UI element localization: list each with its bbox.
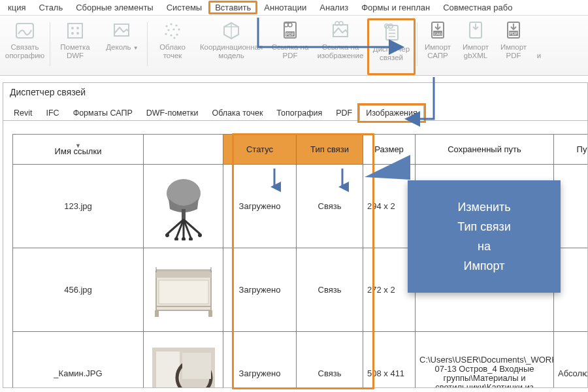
cell-name[interactable]: 456.jpg bbox=[13, 248, 144, 332]
svg-text:PDF: PDF bbox=[510, 31, 518, 36]
ribbon-import-cad[interactable]: CAD ИмпортСАПР bbox=[419, 18, 457, 75]
ribbon-markup-dwf[interactable]: ПометкаDWF bbox=[52, 18, 99, 75]
svg-rect-62 bbox=[182, 353, 211, 379]
ribbon-label: ИмпортPDF bbox=[500, 43, 527, 60]
svg-point-12 bbox=[172, 28, 174, 30]
ribbon-label: Связатьопографию bbox=[5, 43, 45, 60]
svg-rect-1 bbox=[68, 24, 82, 38]
tab-images[interactable]: Изображения bbox=[359, 105, 424, 121]
ribbon-label: и bbox=[537, 43, 541, 60]
cell-status[interactable]: Загружено bbox=[223, 332, 297, 388]
ribbon-label: Деколь ▼ bbox=[106, 43, 138, 52]
menu-item-annotate[interactable]: Аннотации bbox=[257, 1, 313, 14]
col-name[interactable]: ▼ Имя ссылки bbox=[13, 135, 144, 165]
tab-ifc[interactable]: IFC bbox=[39, 105, 65, 120]
cell-link-type[interactable]: Связь bbox=[297, 248, 363, 332]
svg-point-3 bbox=[76, 27, 79, 29]
point-cloud-icon bbox=[161, 20, 184, 42]
image-link-icon bbox=[329, 20, 351, 42]
svg-point-47 bbox=[174, 237, 178, 240]
ribbon-link-manager[interactable]: Диспетчерсвязей bbox=[367, 18, 416, 75]
menu-item-analyze[interactable]: Анализ bbox=[313, 1, 355, 14]
menu-item-systems[interactable]: Системы bbox=[160, 1, 208, 14]
cell-saved-path: C:\Users\USER\Documents\_WORK\2021\2021-… bbox=[416, 332, 554, 388]
tab-revit[interactable]: Revit bbox=[7, 105, 39, 120]
ribbon-point-cloud[interactable]: Облакоточек bbox=[149, 18, 196, 75]
svg-rect-54 bbox=[155, 310, 159, 317]
svg-point-7 bbox=[165, 25, 167, 27]
tab-pdf[interactable]: PDF bbox=[329, 105, 359, 120]
ribbon-import-gbxml[interactable]: ИмпортgbXML bbox=[457, 18, 495, 75]
ribbon: Связатьопографию ПометкаDWF Деколь ▼ Обл… bbox=[0, 16, 588, 76]
menu-item-precast[interactable]: Сборные элементы bbox=[69, 1, 159, 14]
svg-point-14 bbox=[170, 34, 172, 36]
cell-thumb bbox=[144, 248, 223, 332]
link-topo-icon bbox=[14, 20, 36, 42]
col-status[interactable]: Статус bbox=[223, 135, 297, 165]
ribbon-label: ИмпортgbXML bbox=[463, 43, 489, 60]
tab-cad-formats[interactable]: Форматы САПР bbox=[67, 105, 139, 120]
tab-point-clouds[interactable]: Облака точек bbox=[205, 105, 269, 120]
svg-rect-53 bbox=[159, 280, 208, 304]
thumb-cabinet-icon bbox=[152, 255, 215, 325]
ribbon-label: Диспетчерсвязей bbox=[373, 45, 410, 62]
markup-dwf-icon bbox=[64, 20, 86, 42]
cell-thumb bbox=[144, 332, 223, 388]
cell-status[interactable]: Загружено bbox=[223, 248, 297, 332]
svg-point-45 bbox=[165, 233, 169, 237]
callout-change-linktype: Изменить Тип связи на Импорт bbox=[408, 180, 561, 293]
cell-name[interactable]: _Камин.JPG bbox=[13, 332, 144, 388]
ribbon-image-link[interactable]: Ссылка наизображение bbox=[314, 18, 367, 75]
menu-item-insert[interactable]: Вставить bbox=[208, 1, 257, 14]
callout-tail bbox=[365, 155, 410, 180]
col-thumb[interactable] bbox=[144, 135, 223, 165]
coord-model-icon bbox=[220, 20, 242, 42]
menu-item-construction[interactable]: кция bbox=[1, 1, 32, 14]
ribbon-label: Ссылка наPDF bbox=[272, 43, 309, 60]
col-full-path[interactable]: Пут bbox=[554, 135, 588, 165]
cell-link-type[interactable]: Связь bbox=[297, 165, 363, 248]
menu-item-steel[interactable]: Сталь bbox=[32, 1, 69, 14]
svg-point-16 bbox=[173, 37, 175, 39]
svg-rect-51 bbox=[156, 271, 211, 278]
ribbon-decal[interactable]: Деколь ▼ bbox=[99, 18, 146, 75]
cell-link-type[interactable]: Связь bbox=[297, 332, 363, 388]
ribbon-label: Облакоточек bbox=[159, 43, 186, 60]
thumb-chair-icon bbox=[152, 171, 215, 242]
ribbon-label: ПометкаDWF bbox=[60, 43, 90, 60]
cell-size: 508 x 411 bbox=[363, 332, 416, 388]
cell-name[interactable]: 123.jpg bbox=[13, 165, 144, 248]
svg-rect-55 bbox=[208, 310, 212, 317]
svg-text:PDF: PDF bbox=[286, 32, 295, 37]
ribbon-label: Ссылка наизображение bbox=[318, 43, 364, 60]
ribbon-more[interactable]: и bbox=[532, 18, 546, 75]
pdf-link-icon: PDF bbox=[279, 20, 301, 42]
svg-point-10 bbox=[178, 28, 180, 30]
ribbon-import-pdf[interactable]: PDF ИмпортPDF bbox=[495, 18, 532, 75]
col-saved-path[interactable]: Сохраненный путь bbox=[416, 135, 554, 165]
tab-topography[interactable]: Топография bbox=[270, 105, 329, 120]
ribbon-link-topo[interactable]: Связатьопографию bbox=[1, 18, 48, 75]
svg-text:CAD: CAD bbox=[434, 32, 442, 36]
ribbon-coord-model[interactable]: Координационнаямодель bbox=[196, 18, 267, 75]
tab-dwf-markups[interactable]: DWF-пометки bbox=[140, 105, 205, 120]
decal-icon bbox=[111, 20, 133, 42]
menu-bar: кция Сталь Сборные элементы Системы Вста… bbox=[0, 0, 588, 16]
svg-point-21 bbox=[288, 23, 292, 27]
menu-item-massing[interactable]: Формы и генплан bbox=[355, 1, 436, 14]
dialog-tabs: Revit IFC Форматы САПР DWF-пометки Облак… bbox=[3, 103, 587, 121]
ribbon-label: ИмпортСАПР bbox=[425, 43, 451, 60]
col-link-type[interactable]: Тип связи bbox=[297, 135, 363, 165]
cell-status[interactable]: Загружено bbox=[223, 165, 297, 248]
svg-point-15 bbox=[176, 33, 178, 35]
cell-thumb bbox=[144, 165, 223, 248]
svg-point-46 bbox=[198, 233, 202, 237]
table-row[interactable]: _Камин.JPG Загружено Связь 508 x 411 C:\… bbox=[13, 332, 588, 388]
thumb-mirror-icon bbox=[152, 338, 215, 388]
svg-point-49 bbox=[182, 237, 186, 240]
ribbon-pdf-link[interactable]: PDF Ссылка наPDF bbox=[267, 18, 314, 75]
import-pdf-icon: PDF bbox=[502, 20, 525, 42]
svg-rect-39 bbox=[182, 209, 186, 220]
menu-item-collab[interactable]: Совместная рабо bbox=[436, 1, 519, 14]
more-icon bbox=[528, 20, 550, 42]
